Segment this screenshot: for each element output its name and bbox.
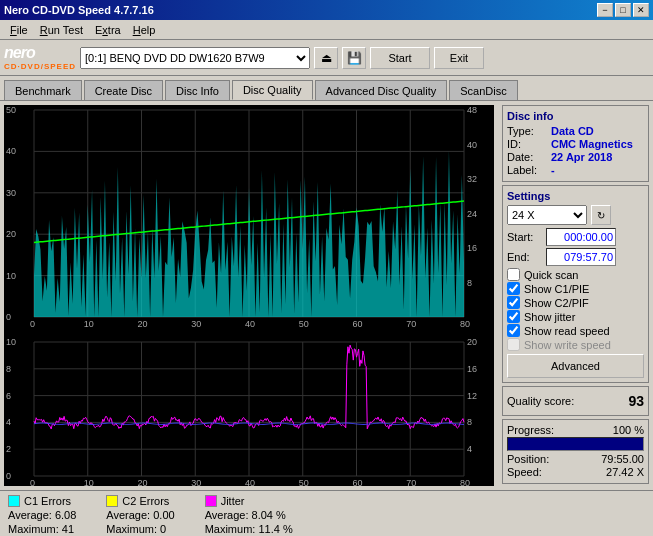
show-c2-row: Show C2/PIF — [507, 296, 644, 309]
tab-advanced-disc-quality[interactable]: Advanced Disc Quality — [315, 80, 448, 100]
quality-score-row: Quality score: 93 — [507, 391, 644, 411]
tabs-bar: Benchmark Create Disc Disc Info Disc Qua… — [0, 76, 653, 100]
menu-file[interactable]: File — [4, 22, 34, 38]
disc-label-label: Label: — [507, 164, 547, 176]
start-label: Start: — [507, 231, 542, 243]
jitter-label: Jitter — [221, 495, 245, 507]
jitter-avg-label: Average: — [205, 509, 249, 521]
jitter-avg-value: 8.04 % — [252, 509, 286, 521]
main-content: Disc info Type: Data CD ID: CMC Magnetic… — [0, 100, 653, 490]
disc-type-row: Type: Data CD — [507, 125, 644, 137]
c2-max-label: Maximum: — [106, 523, 157, 535]
disc-id-row: ID: CMC Magnetics — [507, 138, 644, 150]
speed-row: 24 X 16 X 8 X ↻ — [507, 205, 644, 225]
show-c2-checkbox[interactable] — [507, 296, 520, 309]
chart-area — [4, 105, 494, 486]
title-controls[interactable]: − □ ✕ — [597, 3, 649, 17]
quality-panel: Quality score: 93 — [502, 386, 649, 416]
c2-label: C2 Errors — [122, 495, 169, 507]
jitter-average: Average: 8.04 % — [205, 509, 293, 521]
minimize-button[interactable]: − — [597, 3, 613, 17]
c2-legend-box — [106, 495, 118, 507]
disc-date-value: 22 Apr 2018 — [551, 151, 612, 163]
disc-date-label: Date: — [507, 151, 547, 163]
show-write-speed-checkbox[interactable] — [507, 338, 520, 351]
disc-info-panel: Disc info Type: Data CD ID: CMC Magnetic… — [502, 105, 649, 182]
start-time-row: Start: — [507, 228, 644, 246]
show-read-speed-checkbox[interactable] — [507, 324, 520, 337]
disc-info-title: Disc info — [507, 110, 644, 122]
tab-create-disc[interactable]: Create Disc — [84, 80, 163, 100]
show-c1-checkbox[interactable] — [507, 282, 520, 295]
c2-label-row: C2 Errors — [106, 495, 174, 507]
show-c2-label: Show C2/PIF — [524, 297, 589, 309]
c1-max-label: Maximum: — [8, 523, 59, 535]
show-c1-label: Show C1/PIE — [524, 283, 589, 295]
c1-stats: C1 Errors Average: 6.08 Maximum: 41 Tota… — [8, 495, 76, 536]
toolbar: nero CD·DVD/SPEED [0:1] BENQ DVD DD DW16… — [0, 40, 653, 76]
position-value: 79:55.00 — [601, 453, 644, 465]
disc-label-row: Label: - — [507, 164, 644, 176]
c1-avg-label: Average: — [8, 509, 52, 521]
menu-extra[interactable]: Extra — [89, 22, 127, 38]
c2-stats: C2 Errors Average: 0.00 Maximum: 0 Total… — [106, 495, 174, 536]
stats-bar: C1 Errors Average: 6.08 Maximum: 41 Tota… — [0, 490, 653, 536]
progress-label: Progress: — [507, 424, 554, 436]
exit-button[interactable]: Exit — [434, 47, 484, 69]
advanced-button[interactable]: Advanced — [507, 354, 644, 378]
c2-avg-value: 0.00 — [153, 509, 174, 521]
jitter-max-label: Maximum: — [205, 523, 256, 535]
quick-scan-checkbox[interactable] — [507, 268, 520, 281]
show-write-speed-label: Show write speed — [524, 339, 611, 351]
progress-row: Progress: 100 % — [507, 424, 644, 436]
position-row: Position: 79:55.00 — [507, 453, 644, 465]
start-time-input[interactable] — [546, 228, 616, 246]
end-label: End: — [507, 251, 542, 263]
close-button[interactable]: ✕ — [633, 3, 649, 17]
c2-average: Average: 0.00 — [106, 509, 174, 521]
tab-scandisc[interactable]: ScanDisc — [449, 80, 517, 100]
show-write-speed-row: Show write speed — [507, 338, 644, 351]
disc-type-value: Data CD — [551, 125, 594, 137]
speed-label: Speed: — [507, 466, 542, 478]
maximize-button[interactable]: □ — [615, 3, 631, 17]
position-label: Position: — [507, 453, 549, 465]
tab-disc-quality[interactable]: Disc Quality — [232, 80, 313, 100]
main-chart — [4, 105, 494, 486]
show-jitter-checkbox[interactable] — [507, 310, 520, 323]
tab-disc-info[interactable]: Disc Info — [165, 80, 230, 100]
disc-id-value: CMC Magnetics — [551, 138, 633, 150]
progress-panel: Progress: 100 % Position: 79:55.00 Speed… — [502, 419, 649, 484]
c1-max-value: 41 — [62, 523, 74, 535]
quick-scan-row: Quick scan — [507, 268, 644, 281]
drive-select[interactable]: [0:1] BENQ DVD DD DW1620 B7W9 — [80, 47, 310, 69]
disc-label-value: - — [551, 164, 555, 176]
quality-score-value: 93 — [628, 393, 644, 409]
show-c1-row: Show C1/PIE — [507, 282, 644, 295]
speed-row-progress: Speed: 27.42 X — [507, 466, 644, 478]
show-read-speed-label: Show read speed — [524, 325, 610, 337]
show-jitter-row: Show jitter — [507, 310, 644, 323]
app-title: Nero CD-DVD Speed 4.7.7.16 — [4, 4, 154, 16]
c1-label-row: C1 Errors — [8, 495, 76, 507]
start-button[interactable]: Start — [370, 47, 430, 69]
tab-benchmark[interactable]: Benchmark — [4, 80, 82, 100]
right-panel: Disc info Type: Data CD ID: CMC Magnetic… — [498, 101, 653, 490]
c2-max-value: 0 — [160, 523, 166, 535]
progress-value: 100 % — [613, 424, 644, 436]
save-button[interactable]: 💾 — [342, 47, 366, 69]
nero-logo: nero CD·DVD/SPEED — [4, 44, 76, 71]
progress-bar-bg — [507, 437, 644, 451]
jitter-legend-box — [205, 495, 217, 507]
c2-maximum: Maximum: 0 — [106, 523, 174, 535]
c1-avg-value: 6.08 — [55, 509, 76, 521]
end-time-input[interactable] — [546, 248, 616, 266]
menu-run-test[interactable]: Run Test — [34, 22, 89, 38]
speed-value: 27.42 X — [606, 466, 644, 478]
quality-score-label: Quality score: — [507, 395, 574, 407]
speed-select[interactable]: 24 X 16 X 8 X — [507, 205, 587, 225]
eject-button[interactable]: ⏏ — [314, 47, 338, 69]
menu-help[interactable]: Help — [127, 22, 162, 38]
refresh-button[interactable]: ↻ — [591, 205, 611, 225]
c1-average: Average: 6.08 — [8, 509, 76, 521]
